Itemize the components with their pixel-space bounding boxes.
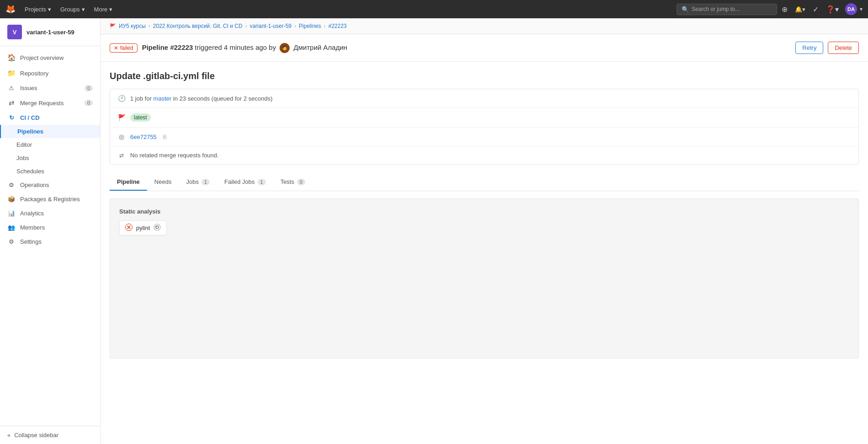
project-name: variant-1-user-59 (26, 29, 74, 36)
analytics-icon: 📊 (7, 210, 16, 217)
collapse-label: Collapse sidebar (14, 432, 58, 439)
job-card-pylint[interactable]: pylint (119, 220, 167, 235)
sidebar-item-operations[interactable]: ⚙ Operations (0, 178, 100, 192)
sidebar-item-jobs[interactable]: Jobs (0, 151, 100, 165)
packages-icon: 📦 (7, 196, 16, 203)
pipeline-header: ✕ failed Pipeline #22223 triggered 4 min… (101, 34, 868, 62)
delete-button[interactable]: Delete (828, 42, 859, 54)
sidebar-item-pipelines[interactable]: Pipelines (0, 125, 100, 138)
svg-point-3 (154, 224, 160, 230)
project-avatar: V (7, 25, 22, 39)
pipeline-info-card: 🕐 1 job for master in 23 seconds (queued… (110, 89, 859, 165)
pipeline-page-body: Update .gitlab-ci.yml file 🕐 1 job for m… (101, 62, 868, 368)
merge-requests-icon: ⇄ (7, 99, 16, 107)
merge-icon: ⇄ (117, 152, 126, 159)
sidebar-item-analytics[interactable]: 📊 Analytics (0, 206, 100, 220)
groups-menu[interactable]: Groups ▾ (57, 4, 89, 15)
notifications-button[interactable]: 🔔▾ (792, 4, 808, 15)
sidebar-item-issues[interactable]: ⚠ Issues 0 (0, 81, 100, 95)
issues-badge: 0 (85, 85, 93, 91)
sidebar-item-label: Analytics (20, 210, 44, 217)
project-header[interactable]: V variant-1-user-59 (0, 18, 100, 46)
jobs-count: 1 (201, 179, 210, 185)
tab-failed-jobs[interactable]: Failed Jobs 1 (217, 174, 273, 191)
cicd-icon: ↻ (7, 114, 16, 121)
sidebar-item-members[interactable]: 👥 Members (0, 220, 100, 235)
sidebar-item-label: Merge Requests (20, 100, 64, 107)
user-avatar-sm: 🧑 (280, 43, 290, 53)
sidebar-item-schedules[interactable]: Schedules (0, 165, 100, 178)
breadcrumb-item-1[interactable]: 2022 Контроль версий. Git. CI и CD (153, 23, 243, 29)
failed-icon: ✕ (114, 45, 118, 51)
projects-menu[interactable]: Projects ▾ (21, 4, 55, 15)
breadcrumb-item-4[interactable]: #22223 (328, 23, 347, 29)
sidebar-item-label: Members (20, 224, 45, 231)
operations-icon: ⚙ (7, 182, 16, 188)
repository-icon: 📁 (7, 69, 16, 77)
retry-button[interactable]: Retry (795, 42, 823, 54)
issues-icon: ⚠ (7, 85, 16, 91)
sidebar-item-label: Packages & Registries (20, 196, 80, 203)
commit-hash-link[interactable]: 6ee72755 (130, 134, 157, 140)
job-failed-icon (125, 224, 132, 232)
breadcrumb: 🚩 ИУ5 курсы › 2022 Контроль версий. Git.… (101, 18, 868, 34)
sidebar-item-cicd[interactable]: ↻ CI / CD (0, 111, 100, 125)
flag-icon: 🚩 (117, 114, 126, 121)
collapse-sidebar-button[interactable]: « Collapse sidebar (0, 426, 100, 444)
cicd-submenu: Pipelines Editor Jobs Schedules (0, 125, 100, 178)
pipeline-tabs: Pipeline Needs Jobs 1 Failed Jobs 1 Test… (110, 174, 859, 191)
help-button[interactable]: ❓▾ (823, 3, 842, 16)
sidebar-item-packages[interactable]: 📦 Packages & Registries (0, 192, 100, 206)
sidebar: V variant-1-user-59 🏠 Project overview 📁… (0, 18, 101, 444)
sidebar-nav: 🏠 Project overview 📁 Repository ⚠ Issues… (0, 46, 100, 426)
top-navbar: 🦊 Projects ▾ Groups ▾ More ▾ 🔍 Search or… (0, 0, 868, 18)
todo-button[interactable]: ✓ (810, 3, 821, 16)
sidebar-item-project-overview[interactable]: 🏠 Project overview (0, 50, 100, 65)
sidebar-item-settings[interactable]: ⚙ Settings (0, 235, 100, 249)
failed-jobs-count: 1 (258, 179, 266, 185)
main-content: 🚩 ИУ5 курсы › 2022 Контроль версий. Git.… (101, 18, 868, 444)
tag-row: 🚩 latest (110, 108, 858, 128)
user-avatar[interactable]: DA (845, 3, 857, 15)
more-menu[interactable]: More ▾ (90, 4, 116, 15)
pipeline-id-label: Pipeline #22223 (142, 43, 193, 51)
commit-row: ◎ 6ee72755 ⎘ (110, 128, 858, 146)
breadcrumb-item-2[interactable]: variant-1-user-59 (250, 23, 291, 29)
pipeline-status-badge: ✕ failed (110, 43, 138, 53)
tag-latest-badge: latest (130, 113, 151, 122)
breadcrumb-flag-icon: 🚩 (110, 23, 116, 29)
tab-needs[interactable]: Needs (147, 174, 179, 191)
sidebar-item-editor[interactable]: Editor (0, 138, 100, 151)
sidebar-item-label: Repository (20, 70, 48, 77)
tab-pipeline[interactable]: Pipeline (110, 174, 147, 191)
merge-requests-badge: 0 (85, 100, 93, 106)
sidebar-item-label: Settings (20, 238, 42, 245)
sidebar-item-label: Project overview (20, 54, 64, 61)
members-icon: 👥 (7, 224, 16, 231)
sidebar-item-merge-requests[interactable]: ⇄ Merge Requests 0 (0, 95, 100, 111)
global-search[interactable]: 🔍 Search or jump to... (677, 4, 777, 15)
create-button[interactable]: ⊕ (779, 3, 790, 16)
breadcrumb-item-0[interactable]: ИУ5 курсы (119, 23, 146, 29)
pipeline-stage-area: Static analysis pylint (110, 198, 859, 358)
tab-tests[interactable]: Tests 0 (273, 174, 312, 191)
tests-count: 0 (297, 179, 305, 185)
job-name: pylint (136, 225, 150, 231)
sidebar-item-repository[interactable]: 📁 Repository (0, 65, 100, 81)
merge-requests-row: ⇄ No related merge requests found. (110, 146, 858, 164)
project-overview-icon: 🏠 (7, 53, 16, 62)
breadcrumb-item-3[interactable]: Pipelines (299, 23, 321, 29)
copy-icon[interactable]: ⎘ (163, 134, 167, 140)
gitlab-logo[interactable]: 🦊 (5, 4, 16, 14)
branch-link[interactable]: master (153, 95, 172, 102)
tab-jobs[interactable]: Jobs 1 (179, 174, 217, 191)
settings-icon: ⚙ (7, 238, 16, 245)
sidebar-item-label: Issues (20, 85, 37, 91)
sidebar-item-label: CI / CD (20, 114, 40, 121)
commit-title: Update .gitlab-ci.yml file (110, 71, 859, 81)
commit-icon: ◎ (117, 133, 126, 140)
pipeline-title: Pipeline #22223 triggered 4 minutes ago … (142, 43, 791, 53)
search-icon: 🔍 (682, 6, 689, 13)
timing-row: 🕐 1 job for master in 23 seconds (queued… (110, 89, 858, 108)
job-retry-icon[interactable] (153, 224, 161, 232)
